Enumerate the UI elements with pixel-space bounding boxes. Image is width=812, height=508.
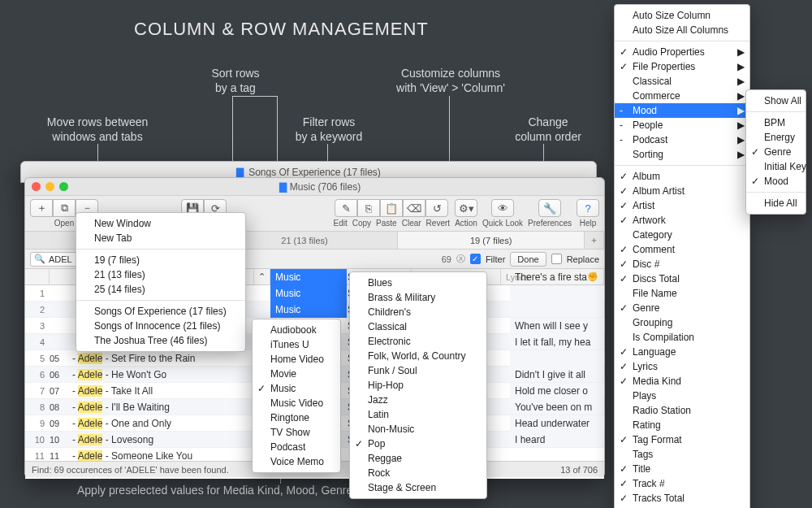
menu-item[interactable]: Auto Size All Columns — [615, 23, 749, 37]
menu-item[interactable]: Auto Size Column — [615, 8, 749, 23]
menu-item[interactable]: BPM — [746, 115, 806, 130]
mk-cell[interactable]: Music — [270, 269, 347, 285]
menu-item[interactable]: ✓Audio Properties▶ — [615, 45, 749, 59]
mood-submenu[interactable]: Show AllBPMEnergy✓GenreInitial Key✓MoodH… — [745, 89, 806, 215]
menu-item[interactable]: Latin — [350, 407, 486, 422]
menu-item[interactable]: ✓Artwork — [615, 213, 749, 228]
menu-item[interactable]: Classical▶ — [615, 74, 749, 89]
menu-item[interactable]: Hip-Hop — [350, 378, 486, 393]
menu-item[interactable]: 21 (13 files) — [76, 267, 245, 282]
paste-button[interactable]: 📋 — [380, 199, 403, 217]
menu-item[interactable]: Folk, World, & Country — [350, 349, 486, 363]
mk-cell[interactable]: Music — [270, 285, 347, 302]
menu-item[interactable]: ✓Tracks Total — [615, 491, 749, 506]
action-button[interactable]: ⚙︎▾ — [455, 199, 477, 217]
menu-item[interactable]: Brass & Military — [350, 290, 486, 305]
menu-item[interactable]: Blues — [350, 276, 486, 290]
menu-item[interactable]: -People▶ — [615, 118, 749, 132]
menu-item[interactable]: File Name — [615, 286, 749, 301]
tab-add[interactable]: ＋ — [585, 232, 604, 249]
genre-menu[interactable]: BluesBrass & MilitaryChildren'sClassical… — [349, 271, 487, 499]
preferences-button[interactable]: 🔧 — [538, 199, 561, 217]
filter-checkbox[interactable]: ✓ — [470, 254, 481, 264]
menu-item[interactable]: ✓Pop — [350, 436, 486, 451]
done-button[interactable]: Done — [510, 252, 546, 267]
menu-item[interactable]: ✓Language — [615, 345, 749, 359]
menu-item[interactable]: -Mood▶ — [615, 103, 749, 118]
menu-item[interactable]: Electronic — [350, 334, 486, 349]
menu-item[interactable]: Show All — [746, 93, 806, 108]
menu-item[interactable]: Non-Music — [350, 422, 486, 436]
menu-item[interactable]: New Tab — [76, 231, 245, 245]
menu-item[interactable]: ✓Genre — [746, 145, 806, 159]
menu-item[interactable]: Music Video — [253, 396, 340, 410]
column-context-menu[interactable]: Auto Size ColumnAuto Size All Columns✓Au… — [614, 4, 750, 508]
menu-item[interactable]: Home Video — [253, 352, 340, 367]
menu-item[interactable]: ✓Mood — [746, 174, 806, 189]
replace-checkbox[interactable] — [551, 254, 562, 264]
menu-item[interactable]: Classical — [350, 319, 486, 334]
menu-item[interactable]: Energy — [746, 130, 806, 145]
menu-item[interactable]: Plays — [615, 389, 749, 403]
menu-item[interactable]: Rating — [615, 418, 749, 432]
menu-item[interactable]: Movie — [253, 367, 340, 381]
quicklook-button[interactable]: 👁 — [491, 199, 514, 217]
menu-item[interactable]: iTunes U — [253, 337, 340, 352]
menu-item[interactable]: Initial Key — [746, 159, 806, 174]
open-menu[interactable]: New WindowNew Tab19 (7 files)21 (13 file… — [76, 212, 246, 352]
revert-button[interactable]: ↺ — [425, 199, 448, 217]
menu-item[interactable]: Audiobook — [253, 323, 340, 337]
menu-item[interactable]: -Podcast▶ — [615, 132, 749, 147]
menu-item[interactable]: ✓Tag Format — [615, 432, 749, 447]
menu-item[interactable]: Hide All — [746, 196, 806, 211]
menu-item[interactable]: Ringtone — [253, 410, 340, 425]
menu-item[interactable]: ✓Disc # — [615, 257, 749, 271]
menu-item[interactable]: Jazz — [350, 393, 486, 407]
help-button[interactable]: ? — [577, 199, 599, 217]
menu-item[interactable]: Songs Of Experience (17 files) — [76, 304, 245, 319]
menu-item[interactable]: Reggae — [350, 451, 486, 466]
menu-item[interactable]: Commerce▶ — [615, 89, 749, 103]
window-zoom[interactable] — [59, 182, 68, 191]
menu-item[interactable]: ✓Discs Total — [615, 271, 749, 286]
menu-item[interactable]: ✓Media Kind — [615, 374, 749, 389]
menu-item[interactable]: ✓Genre — [615, 301, 749, 315]
mediakind-menu[interactable]: AudiobookiTunes UHome VideoMovie✓MusicMu… — [252, 319, 341, 473]
menu-item[interactable]: 25 (14 files) — [76, 282, 245, 297]
menu-item[interactable]: Is Compilation — [615, 330, 749, 345]
menu-item[interactable]: The Joshua Tree (46 files) — [76, 333, 245, 348]
tab-2[interactable]: 19 (7 files) — [398, 232, 585, 249]
menu-item[interactable]: Tags — [615, 447, 749, 462]
clear-button[interactable]: ⌫ — [403, 199, 425, 217]
menu-item[interactable]: Grouping — [615, 315, 749, 330]
menu-item[interactable]: Radio Station — [615, 403, 749, 418]
menu-item[interactable]: New Window — [76, 216, 245, 231]
menu-item[interactable]: ✓Title — [615, 462, 749, 476]
menu-item[interactable]: Podcast — [253, 440, 340, 454]
menu-item[interactable]: ✓Album Artist — [615, 184, 749, 198]
menu-item[interactable]: Songs of Innocence (21 files) — [76, 319, 245, 333]
menu-item[interactable]: ✓Comment — [615, 242, 749, 257]
window-minimize[interactable] — [45, 182, 54, 191]
menu-item[interactable]: ✓Album — [615, 169, 749, 184]
mk-cell[interactable]: Music — [270, 302, 347, 318]
menu-item[interactable]: Category — [615, 228, 749, 242]
menu-item[interactable]: 19 (7 files) — [76, 253, 245, 267]
menu-item[interactable]: ✓Track # — [615, 476, 749, 491]
menu-item[interactable]: ✓File Properties▶ — [615, 59, 749, 74]
edit-button[interactable]: ✎ — [335, 199, 357, 217]
menu-item[interactable]: Rock — [350, 466, 486, 480]
menu-item[interactable]: Stage & Screen — [350, 480, 486, 495]
open-windows[interactable]: ⧉ — [53, 199, 76, 217]
menu-item[interactable]: Sorting▶ — [615, 147, 749, 162]
menu-item[interactable]: Children's — [350, 305, 486, 319]
menu-item[interactable]: Funk / Soul — [350, 363, 486, 378]
menu-item[interactable]: ✓Lyrics — [615, 359, 749, 374]
clear-filter-icon[interactable]: ⓧ — [456, 253, 465, 265]
copy-button[interactable]: ⎘ — [357, 199, 380, 217]
window-close[interactable] — [32, 182, 41, 191]
menu-item[interactable]: Voice Memo — [253, 454, 340, 469]
open-plus[interactable]: ＋ — [30, 199, 53, 217]
menu-item[interactable]: TV Show — [253, 425, 340, 440]
menu-item[interactable]: ✓Music — [253, 381, 340, 396]
